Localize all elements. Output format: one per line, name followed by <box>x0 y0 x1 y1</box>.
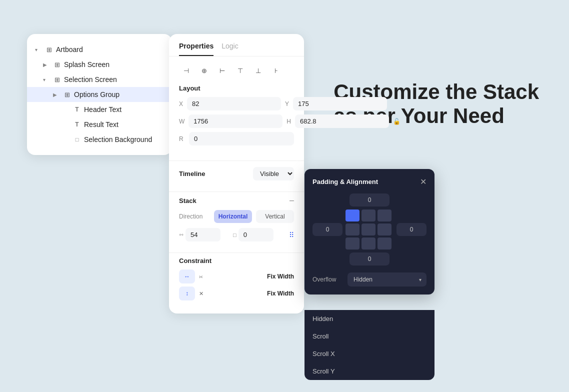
divider-1 <box>169 160 304 161</box>
layer-options-group[interactable]: ▶ ⊞ Options Group <box>27 87 172 102</box>
tab-logic[interactable]: Logic <box>222 42 238 56</box>
spacing-group: ⇿ <box>179 228 229 242</box>
rect-icon-selbg: □ <box>73 136 81 144</box>
properties-tabs: Properties Logic <box>169 34 304 56</box>
alignment-grid <box>346 210 394 250</box>
padding-icon: □ <box>233 232 236 238</box>
divider-3 <box>169 252 304 253</box>
padding-bottom-input[interactable] <box>350 252 390 266</box>
arrow-artboard: ▾ <box>35 47 42 52</box>
align-center-h-btn[interactable]: ⊕ <box>197 64 211 78</box>
lock-icon: 🔓 <box>393 118 400 125</box>
selection-screen-label: Selection Screen <box>64 76 117 84</box>
overflow-row: Overflow Hidden Scroll Scroll X Scroll Y… <box>312 272 426 286</box>
timeline-row: Timeline Visible Hidden <box>169 165 304 188</box>
direction-vertical-btn[interactable]: Vertical <box>256 210 294 223</box>
h-input[interactable] <box>295 114 389 128</box>
frame-icon-splash: ⊞ <box>53 60 61 68</box>
y-input[interactable] <box>293 97 387 110</box>
direction-label: Direction <box>179 213 210 220</box>
arrow-options: ▶ <box>53 92 60 98</box>
overflow-select[interactable]: Hidden Scroll Scroll X Scroll Y <box>348 272 426 286</box>
overflow-select-wrapper: Hidden Scroll Scroll X Scroll Y ▾ <box>348 272 426 286</box>
dropdown-hidden[interactable]: Hidden <box>304 310 434 328</box>
align-cell-mr[interactable] <box>378 224 392 236</box>
artboard-icon: ⊞ <box>45 46 53 54</box>
alignment-row: ⊣ ⊕ ⊢ ⊤ ⊥ ⊦ <box>169 64 304 84</box>
constraint-row-1: ↔ ›‹ Fix Width <box>179 270 294 284</box>
padding-right-input[interactable] <box>396 223 426 236</box>
padding-panel-title: Padding & Alignment <box>312 178 378 186</box>
grid-icon[interactable]: ⠿ <box>289 231 294 239</box>
stack-collapse-btn[interactable]: – <box>290 196 294 205</box>
fix-width-label-2: Fix Width <box>267 290 294 297</box>
w-input[interactable] <box>188 114 282 128</box>
constraint-v-mode: ✕ <box>199 290 263 297</box>
layer-selection-screen[interactable]: ▾ ⊞ Selection Screen <box>27 72 172 87</box>
y-label: Y <box>285 100 289 108</box>
align-cell-bl[interactable] <box>346 238 360 250</box>
arrow-selection: ▾ <box>43 77 50 82</box>
w-label: W <box>179 118 184 125</box>
align-right-btn[interactable]: ⊢ <box>215 64 229 78</box>
constraint-title: Constraint <box>179 257 294 264</box>
overflow-label: Overflow <box>312 276 342 283</box>
layout-r-row: R <box>179 132 294 146</box>
frame-icon-options: ⊞ <box>63 90 71 98</box>
r-label: R <box>179 136 185 142</box>
direction-horizontal-btn[interactable]: Horizontal <box>214 210 252 223</box>
align-top-btn[interactable]: ⊤ <box>233 64 247 78</box>
layer-header-text[interactable]: T Header Text <box>27 102 172 117</box>
options-group-label: Options Group <box>74 90 120 98</box>
artboard-label: Artboard <box>56 46 83 54</box>
align-cell-tl[interactable] <box>346 210 360 222</box>
layer-selection-bg[interactable]: □ Selection Background <box>27 132 172 147</box>
layer-splash-screen[interactable]: ▶ ⊞ Splash Screen <box>27 57 172 72</box>
layer-result-text[interactable]: T Result Text <box>27 117 172 132</box>
properties-panel: Properties Logic ⊣ ⊕ ⊢ ⊤ ⊥ ⊦ Layout X Y … <box>169 34 304 314</box>
align-cell-tc[interactable] <box>362 210 376 222</box>
constraint-row-2: ↕ ✕ Fix Width <box>179 286 294 300</box>
x-input[interactable] <box>187 97 281 110</box>
spacing-input[interactable] <box>186 228 220 242</box>
timeline-label: Timeline <box>179 170 206 178</box>
stack-inputs: ⇿ □ ⠿ <box>169 228 304 248</box>
padding-left-input[interactable] <box>312 223 342 236</box>
stack-title: Stack <box>179 197 196 204</box>
spacing-icon: ⇿ <box>179 232 184 238</box>
timeline-select[interactable]: Visible Hidden <box>253 167 294 180</box>
align-cell-bc[interactable] <box>362 238 376 250</box>
align-cell-br[interactable] <box>378 238 392 250</box>
padding-top-input[interactable] <box>350 194 390 206</box>
padding-top-row <box>312 194 426 206</box>
constraint-h-mode: ›‹ <box>199 274 263 280</box>
r-input[interactable] <box>189 132 294 146</box>
align-left-btn[interactable]: ⊣ <box>179 64 193 78</box>
padding-input[interactable] <box>238 228 274 242</box>
layout-wh-row: W H 🔓 <box>179 114 294 128</box>
header-text-label: Header Text <box>84 106 122 114</box>
dropdown-scroll-x[interactable]: Scroll X <box>304 345 434 362</box>
layout-section-title: Layout <box>169 84 304 97</box>
padding-panel-close[interactable]: ✕ <box>420 177 426 186</box>
constraint-section: Constraint ↔ ›‹ Fix Width ↕ ✕ Fix Width <box>169 257 304 300</box>
dropdown-scroll-y[interactable]: Scroll Y <box>304 362 434 380</box>
align-cell-tr[interactable] <box>378 210 392 222</box>
constraint-h-btn[interactable]: ↔ <box>179 270 195 284</box>
divider-2 <box>169 192 304 192</box>
padding-alignment-panel: Padding & Alignment ✕ Overflow Hidden Sc… <box>304 169 434 294</box>
layer-artboard[interactable]: ▾ ⊞ Artboard <box>27 42 172 57</box>
dropdown-scroll[interactable]: Scroll <box>304 328 434 345</box>
align-cell-mc[interactable] <box>362 224 376 236</box>
fix-width-label-1: Fix Width <box>267 273 294 280</box>
align-cell-ml[interactable] <box>346 224 360 236</box>
tab-properties[interactable]: Properties <box>179 42 214 56</box>
align-center-v-btn[interactable]: ⊥ <box>251 64 265 78</box>
arrow-splash: ▶ <box>43 62 50 68</box>
align-bottom-btn[interactable]: ⊦ <box>269 64 283 78</box>
text-icon-header: T <box>73 106 81 114</box>
layout-grid: X Y W H 🔓 R <box>169 97 304 156</box>
constraint-v-btn[interactable]: ↕ <box>179 286 195 300</box>
padding-panel-header: Padding & Alignment ✕ <box>312 177 426 186</box>
padding-group: □ <box>233 228 283 242</box>
